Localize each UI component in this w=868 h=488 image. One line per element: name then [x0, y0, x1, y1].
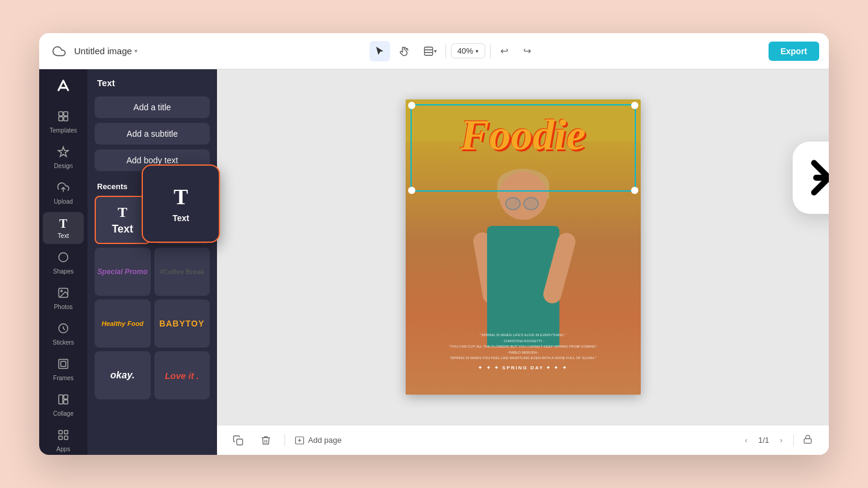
sidebar-item-shapes[interactable]: Shapes	[43, 246, 84, 280]
prev-page-button[interactable]: ‹	[739, 433, 753, 448]
thumb-babytoy[interactable]: BABYTOY	[154, 299, 210, 348]
sidebar-item-frames-label: Frames	[53, 375, 74, 381]
svg-rect-8	[64, 117, 68, 121]
quote-line-4: - PABLO NERUDA -	[412, 350, 635, 356]
thumb-special-promo[interactable]: Special Promo	[95, 248, 151, 296]
sidebar-item-photos[interactable]: Photos	[43, 282, 84, 315]
sidebar-item-upload-label: Upload	[54, 198, 73, 205]
svg-rect-14	[59, 360, 68, 369]
next-page-button[interactable]: ›	[774, 433, 788, 448]
svg-rect-5	[59, 112, 63, 116]
text-panel: Text Add a title Add a subtitle Add body…	[87, 69, 217, 455]
foodie-title-text[interactable]: Foodie	[406, 110, 641, 160]
canvas-viewport[interactable]: Foodie	[217, 69, 829, 425]
thumb-babytoy-label: BABYTOY	[159, 319, 204, 328]
poster-quotes: "SPRING IS WHEN LIFE'S ALIVE IN EVERYTHI…	[412, 333, 635, 371]
person-glasses	[505, 197, 541, 210]
add-page-label: Add page	[308, 436, 342, 445]
collage-icon	[57, 393, 69, 408]
page-nav-divider	[793, 434, 794, 446]
recents-label: Recents	[97, 182, 128, 191]
sidebar-item-stickers-label: Stickers	[52, 339, 74, 346]
svg-rect-3	[53, 77, 74, 97]
handle-top-left[interactable]	[408, 102, 415, 109]
export-button[interactable]: Export	[769, 42, 819, 61]
svg-rect-16	[59, 395, 63, 404]
document-title[interactable]: Untitled image ▾	[74, 46, 137, 56]
add-page-button[interactable]: Add page	[295, 436, 342, 445]
sidebar-item-upload[interactable]: Upload	[43, 177, 84, 210]
undo-button[interactable]: ↩	[495, 42, 514, 60]
svg-rect-21	[59, 436, 63, 440]
quote-line-3: "YOU CAN CUT ALL THE FLOWERS BUT YOU CAN…	[412, 344, 635, 350]
thumb-coffee-break[interactable]: #Coffee Break	[154, 248, 210, 296]
lock-button[interactable]	[799, 431, 817, 449]
apps-icon	[57, 429, 69, 444]
thumb-okay-label: okay.	[110, 370, 134, 381]
thumb-okay[interactable]: okay.	[95, 351, 151, 399]
sidebar-item-text[interactable]: T Text	[43, 212, 84, 244]
thumb-healthy-food[interactable]: Healthy Food	[95, 299, 151, 348]
bottom-divider	[285, 434, 285, 446]
add-title-button[interactable]: Add a title	[95, 96, 210, 118]
canvas-document[interactable]: Foodie	[406, 99, 641, 395]
handle-top-right[interactable]	[631, 102, 638, 109]
sidebar-item-text-label: Text	[58, 233, 69, 239]
bottom-bar: Add page ‹ 1/1 ›	[217, 425, 829, 455]
divider	[445, 44, 446, 58]
capcut-logo-svg	[808, 157, 829, 199]
svg-rect-24	[237, 439, 243, 445]
add-subtitle-button[interactable]: Add a subtitle	[95, 123, 210, 145]
svg-rect-18	[64, 400, 68, 404]
sidebar-item-frames[interactable]: Frames	[43, 353, 84, 386]
sidebar-item-shapes-label: Shapes	[53, 268, 74, 275]
save-cloud-button[interactable]	[49, 41, 69, 61]
top-bar-center: ▾ 40% ▾ ↩ ↪	[145, 41, 761, 61]
upload-icon	[57, 181, 69, 196]
shapes-icon	[57, 251, 69, 266]
sidebar-item-templates-label: Templates	[49, 127, 77, 134]
thumb-coffee-break-label: #Coffee Break	[160, 268, 204, 275]
redo-button[interactable]: ↪	[518, 42, 536, 60]
svg-point-10	[59, 253, 68, 262]
quote-line-5: "SPRING IS WHEN YOU FEEL LIKE WHISTLING …	[412, 355, 635, 361]
svg-rect-20	[64, 431, 68, 434]
capcut-logo-overlay	[793, 142, 829, 214]
duplicate-button[interactable]	[229, 431, 247, 449]
spring-day-badge: ✦ ✦ ✦ SPRING DAY ✦ ✦ ✦	[412, 365, 635, 371]
svg-rect-6	[64, 112, 68, 116]
zoom-selector[interactable]: 40% ▾	[451, 43, 485, 58]
sidebar-item-collage-label: Collage	[53, 410, 74, 417]
layout-tool-button[interactable]: ▾	[420, 41, 441, 61]
thumb-plain-text-label: Text	[112, 223, 133, 236]
sidebar-item-photos-label: Photos	[54, 304, 72, 310]
poster-photo: "SPRING IS WHEN LIFE'S ALIVE IN EVERYTHI…	[406, 142, 641, 395]
stickers-icon	[57, 322, 69, 337]
sidebar-item-collage[interactable]: Collage	[43, 389, 84, 422]
svg-rect-7	[59, 117, 63, 121]
photos-icon	[57, 287, 69, 302]
select-tool-button[interactable]	[370, 41, 390, 61]
sidebar-item-design[interactable]: Design	[43, 141, 84, 174]
sidebar-item-templates[interactable]: Templates	[43, 105, 84, 139]
svg-point-12	[61, 290, 63, 292]
svg-rect-19	[59, 431, 63, 434]
main-area: Templates Design Uploa	[39, 69, 829, 455]
floating-t-icon: T	[174, 184, 188, 210]
delete-button[interactable]	[257, 431, 275, 449]
thumb-healthy-food-label: Healthy Food	[101, 320, 143, 327]
glass-lens-left	[505, 197, 521, 210]
thumb-love-it[interactable]: Love it .	[154, 351, 210, 399]
doc-title-chevron: ▾	[134, 48, 137, 54]
divider2	[490, 44, 491, 58]
text-icon: T	[59, 217, 67, 231]
svg-rect-0	[425, 47, 433, 55]
pan-tool-button[interactable]	[395, 41, 415, 61]
page-indicator: 1/1	[758, 436, 769, 445]
sidebar-item-stickers[interactable]: Stickers	[43, 318, 84, 351]
person-head	[499, 172, 547, 220]
panel-header: Text	[87, 69, 217, 94]
floating-text-tooltip[interactable]: T Text	[142, 164, 220, 243]
app-window: Untitled image ▾	[39, 33, 829, 455]
sidebar-item-apps[interactable]: Apps	[43, 424, 84, 455]
